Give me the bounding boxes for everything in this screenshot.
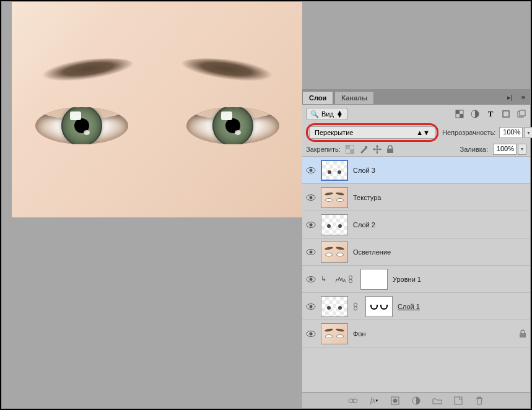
visibility-toggle[interactable] — [306, 329, 316, 339]
svg-point-34 — [393, 398, 398, 403]
svg-rect-2 — [460, 114, 463, 118]
layer-name[interactable]: Слой 1 — [398, 303, 420, 310]
filter-shape-icon[interactable] — [501, 109, 511, 119]
layer-row[interactable]: Фон — [302, 320, 530, 347]
image-content — [186, 107, 279, 144]
layer-row[interactable]: Слой 3 — [302, 157, 530, 184]
svg-point-26 — [354, 303, 357, 307]
layer-thumbnail[interactable] — [321, 323, 348, 344]
svg-rect-11 — [387, 149, 393, 153]
svg-point-22 — [349, 276, 352, 279]
visibility-toggle[interactable] — [306, 165, 316, 175]
filter-type-label: Вид — [321, 110, 334, 118]
document-canvas[interactable] — [12, 2, 303, 217]
svg-point-27 — [354, 307, 357, 310]
image-content — [178, 53, 298, 94]
layers-list: Слой 3 Текстура Слой 2 Осветление ↳ — [302, 157, 530, 347]
filter-type-select[interactable]: 🔍 Вид ▲▼ — [306, 108, 347, 120]
image-content — [35, 107, 128, 144]
clip-indicator-icon: ↳ — [321, 275, 329, 283]
fill-dropdown[interactable]: ▼ — [518, 144, 526, 155]
blend-mode-highlight: Перекрытие ▲▼ — [306, 123, 438, 142]
layer-name[interactable]: Уровни 1 — [393, 276, 421, 283]
link-icon — [353, 302, 360, 311]
visibility-toggle[interactable] — [306, 302, 316, 312]
chevron-updown-icon: ▲▼ — [336, 111, 343, 117]
trash-icon[interactable] — [474, 396, 484, 406]
svg-rect-10 — [365, 146, 367, 149]
svg-point-25 — [310, 305, 313, 308]
layer-thumbnail[interactable] — [321, 296, 348, 317]
filter-adjust-icon[interactable] — [470, 109, 480, 119]
collapse-icon[interactable]: ▸| — [503, 90, 517, 104]
layer-name[interactable]: Фон — [353, 330, 366, 338]
levels-icon — [334, 275, 343, 284]
svg-rect-6 — [520, 110, 525, 116]
lock-position-icon[interactable] — [373, 145, 382, 154]
svg-rect-36 — [455, 397, 462, 404]
svg-rect-4 — [503, 111, 509, 117]
svg-point-29 — [310, 332, 313, 335]
link-icon — [348, 275, 355, 284]
layer-row[interactable]: ↳ Уровни 1 — [302, 266, 530, 293]
filter-type-icon[interactable]: T — [486, 109, 495, 119]
opacity-dropdown[interactable]: ▼ — [524, 127, 532, 138]
canvas-area[interactable] — [2, 2, 303, 408]
visibility-toggle[interactable] — [306, 247, 316, 257]
svg-rect-7 — [346, 145, 350, 149]
opacity-input[interactable]: 100% — [499, 127, 523, 138]
svg-point-17 — [310, 223, 313, 226]
layers-footer: fx▾ — [302, 392, 530, 408]
layer-row[interactable]: Слой 1 — [302, 293, 530, 320]
layer-name[interactable]: Осветление — [353, 248, 391, 256]
layer-row[interactable]: Осветление — [302, 238, 530, 266]
layer-thumbnail[interactable] — [321, 214, 348, 235]
layers-panel: Слои Каналы ▸| ≡ 🔍 Вид ▲▼ T Перекрыти — [302, 2, 530, 408]
panel-tabs: Слои Каналы ▸| ≡ — [302, 89, 530, 104]
svg-point-21 — [310, 277, 313, 281]
lock-icon — [519, 329, 526, 338]
layer-thumbnail[interactable] — [321, 242, 348, 263]
opacity-label: Непрозрачность: — [442, 129, 495, 136]
chevron-updown-icon: ▲▼ — [416, 129, 430, 136]
svg-point-19 — [310, 250, 313, 253]
visibility-toggle[interactable] — [306, 220, 316, 230]
svg-rect-30 — [520, 333, 526, 338]
layer-name[interactable]: Текстура — [353, 194, 381, 201]
svg-point-23 — [349, 279, 352, 283]
group-icon[interactable] — [432, 396, 442, 406]
blend-mode-value: Перекрытие — [315, 129, 353, 136]
visibility-toggle[interactable] — [306, 193, 316, 203]
tab-layers[interactable]: Слои — [302, 91, 333, 104]
adjustment-icon[interactable] — [411, 396, 421, 406]
search-icon: 🔍 — [310, 110, 319, 118]
blend-mode-select[interactable]: Перекрытие ▲▼ — [309, 126, 435, 139]
lock-transparent-icon[interactable] — [346, 145, 354, 154]
lock-all-icon[interactable] — [386, 145, 395, 154]
layer-mask-thumbnail[interactable] — [360, 269, 388, 290]
layer-name[interactable]: Слой 3 — [353, 167, 375, 174]
lock-pixels-icon[interactable] — [359, 145, 368, 154]
link-layers-icon[interactable] — [348, 396, 358, 406]
mask-icon[interactable] — [390, 396, 400, 406]
filter-pixel-icon[interactable] — [455, 109, 464, 119]
tab-channels[interactable]: Каналы — [334, 91, 374, 104]
fx-icon[interactable]: fx▾ — [369, 396, 379, 406]
panel-menu-icon[interactable]: ≡ — [517, 90, 530, 104]
svg-point-32 — [352, 399, 357, 403]
svg-rect-1 — [456, 110, 460, 114]
layer-thumbnail[interactable] — [321, 160, 348, 181]
layer-row[interactable]: Текстура — [302, 184, 530, 211]
filter-smart-icon[interactable] — [517, 109, 526, 119]
image-content — [17, 53, 137, 94]
layer-name[interactable]: Слой 2 — [353, 221, 375, 229]
fill-label: Заливка: — [460, 146, 488, 153]
svg-point-15 — [310, 196, 313, 199]
fill-input[interactable]: 100% — [493, 144, 517, 155]
visibility-toggle[interactable] — [306, 274, 316, 284]
layer-thumbnail[interactable] — [321, 187, 348, 208]
layer-row[interactable]: Слой 2 — [302, 211, 530, 238]
new-layer-icon[interactable] — [453, 396, 463, 406]
svg-point-13 — [310, 168, 313, 172]
layer-mask-thumbnail[interactable] — [365, 296, 393, 317]
